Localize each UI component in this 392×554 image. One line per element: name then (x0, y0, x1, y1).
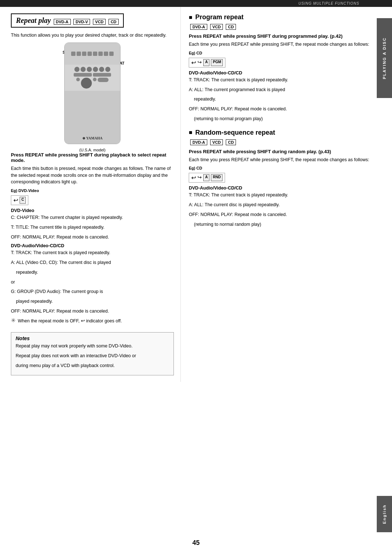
page-number: 45 (192, 539, 200, 547)
remote-btn-3 (82, 52, 86, 56)
random-dvd-heading: DVD-Audio/Video-CD/CD (189, 186, 369, 191)
program-body: Each time you press REPEAT while pressin… (189, 41, 369, 48)
remote-nav-row (76, 78, 97, 89)
left-bold-instruction: Press REPEAT while pressing SHIFT during… (11, 152, 174, 163)
badge-cd: CD (109, 19, 119, 25)
dvd-video-item-2: OFF: NORMAL PLAY: Repeat mode is cancele… (11, 234, 174, 241)
eg-cd-program-section: Eg) CD ↩ ↪ A PGM (189, 51, 369, 68)
badge-dvd-a: DVD-A (54, 19, 71, 25)
eg-dvd-video-section: Eg) DVD-Video ↩ C (11, 188, 174, 205)
icon-letter-pgm: PGM (211, 59, 223, 66)
prog-dvd-item-2: OFF: NORMAL PLAY: Repeat mode is cancele… (189, 106, 369, 113)
left-column: Repeat play DVD-A DVD-V VCD CD This func… (0, 7, 181, 382)
dvd-video-heading: DVD-Video (11, 208, 174, 213)
prog-badge-vcd: VCD (210, 24, 223, 30)
yamaha-logo: ⊛ YAMAHA (82, 136, 103, 140)
prog-dvd-item-1b: repeatedly. (189, 96, 369, 103)
left-dvd-audio-item-1: A: ALL (Video CD, CD): The current disc … (11, 259, 174, 266)
rnd-icon-arrow: ↪ (197, 174, 202, 181)
remote-btn-5 (93, 52, 97, 56)
program-repeat-heading: Program repeat (189, 13, 369, 21)
remote-btn-4 (87, 52, 92, 56)
remote-btn-8 (109, 52, 114, 56)
remote-nav-3 (93, 78, 97, 81)
remote-circle-5 (99, 67, 104, 72)
model-caption: (U.S.A. model) (11, 148, 174, 152)
icon-letter-c: C (20, 197, 26, 204)
remote-btn-2 (77, 52, 81, 56)
remote-rect-1 (74, 73, 92, 77)
notes-title: Notes (16, 335, 169, 341)
rand-dvd-item-2: OFF: NORMAL PLAY: Repeat mode is cancele… (189, 211, 369, 218)
remote-btn-1 (71, 52, 75, 56)
prog-badge-dvd-a: DVD-A (190, 24, 207, 30)
remote-circle-4 (93, 67, 98, 72)
rand-dvd-item-0: T: TRACK: The current track is played re… (189, 192, 369, 199)
repeat-play-title: Repeat play (16, 16, 51, 24)
remote-circle-3 (87, 67, 92, 72)
remote-illustration-container: SHIFT REPEAT (11, 42, 174, 144)
rand-dvd-item-1: A: ALL: The current disc is played repea… (189, 201, 369, 208)
left-dvd-audio-item-3: G: GROUP (DVD Audio): The current group … (11, 288, 174, 295)
remote-nav-1 (76, 78, 80, 81)
remote-bottom-section: ⊛ YAMAHA (65, 91, 120, 144)
playing-disc-tab: PLAYING A DISC (377, 18, 392, 98)
notes-item-1: Repeat play does not work with an intera… (16, 353, 169, 359)
notes-item-0: Repeat play may not work properly with s… (16, 343, 169, 350)
badge-vcd: VCD (93, 19, 106, 25)
random-body: Each time you press REPEAT while pressin… (189, 156, 369, 163)
remote-mid-section (65, 65, 120, 91)
prog-badge-cd: CD (226, 24, 236, 30)
repeat-play-heading-box: Repeat play DVD-A DVD-V VCD CD (11, 13, 124, 28)
repeat-play-intro: This function allows you to play your de… (11, 32, 174, 39)
left-dvd-audio-item-3b: played repeatedly. (11, 298, 174, 305)
eg-dvd-video-icon-box: ↩ C (11, 195, 28, 205)
eg-cd-program-label: Eg) CD (189, 51, 369, 55)
eg-cd-random-section: Eg) CD ↩ ↪ A RND (189, 166, 369, 183)
rand-badge-vcd: VCD (210, 139, 223, 145)
top-bar-label: USING MULTIPLE FUNCTIONS (298, 1, 359, 5)
repeat-icon-prog: ↩ (191, 59, 196, 66)
eg-cd-program-icon-box: ↩ ↪ A PGM (189, 58, 225, 68)
remote-nav-2 (81, 78, 92, 89)
eg-cd-random-icon-box: ↩ ↪ A RND (189, 173, 225, 183)
left-dvd-audio-heading: DVD-Audio/Video-CD/CD (11, 243, 174, 248)
prog-dvd-item-1: A: ALL: The current programmed track is … (189, 86, 369, 93)
remote-btn-7 (104, 52, 108, 56)
left-dvd-audio-item-4: OFF: NORMAL PLAY: Repeat mode is cancele… (11, 308, 174, 315)
remote-circle-2 (81, 67, 86, 72)
remote-circle-6 (105, 67, 110, 72)
right-column: Program repeat DVD-A VCD CD Press REPEAT… (181, 7, 377, 382)
random-bold-instruction: Press REPEAT while pressing SHIFT during… (189, 149, 369, 154)
program-bold-instruction: Press REPEAT while pressing SHIFT during… (189, 33, 369, 39)
main-content: Repeat play DVD-A DVD-V VCD CD This func… (0, 7, 377, 382)
english-tab: English (377, 496, 392, 532)
tip-row: ✳ When the repeat mode is OFF, ↩ indicat… (11, 318, 174, 327)
top-bar: USING MULTIPLE FUNCTIONS (0, 0, 392, 7)
prog-dvd-item-0: T: TRACK: The current track is played re… (189, 77, 369, 83)
notes-item-2: during menu play of a VCD with playback … (16, 362, 169, 369)
tip-icon: ✳ (11, 317, 16, 324)
rand-badge-cd: CD (226, 139, 236, 145)
rand-dvd-item-2b: (returning to normal random play) (189, 221, 369, 228)
remote-btn-6 (98, 52, 103, 56)
random-sequence-heading: Random-sequence repeat (189, 129, 369, 137)
prog-icon-arrow: ↪ (197, 59, 202, 66)
remote-circle-1 (74, 67, 79, 72)
icon-letter-a-rnd: A (203, 174, 209, 181)
repeat-icon-rnd: ↩ (191, 174, 196, 181)
program-badge-row: DVD-A VCD CD (189, 24, 369, 30)
icon-letter-a-prog: A (203, 59, 209, 66)
rand-badge-dvd-a: DVD-A (190, 139, 207, 145)
dvd-video-item-1: T: TITLE: The current title is played re… (11, 224, 174, 231)
left-dvd-audio-item-2: or (11, 279, 174, 286)
instruction-body: Each time this button is pressed, repeat… (11, 165, 174, 186)
tip-text: When the repeat mode is OFF, ↩ indicator… (18, 318, 122, 325)
prog-dvd-item-2b: (returning to normal program play) (189, 115, 369, 122)
remote-image: ⊛ YAMAHA (64, 42, 121, 144)
icon-letter-rnd: RND (211, 174, 222, 181)
dvd-video-item-0: C: CHAPTER: The current chapter is playe… (11, 214, 174, 221)
program-dvd-heading: DVD-Audio/Video-CD/CD (189, 70, 369, 76)
left-dvd-audio-item-0: T: TRACK: The current track is played re… (11, 249, 174, 256)
remote-rect-2 (93, 73, 111, 77)
